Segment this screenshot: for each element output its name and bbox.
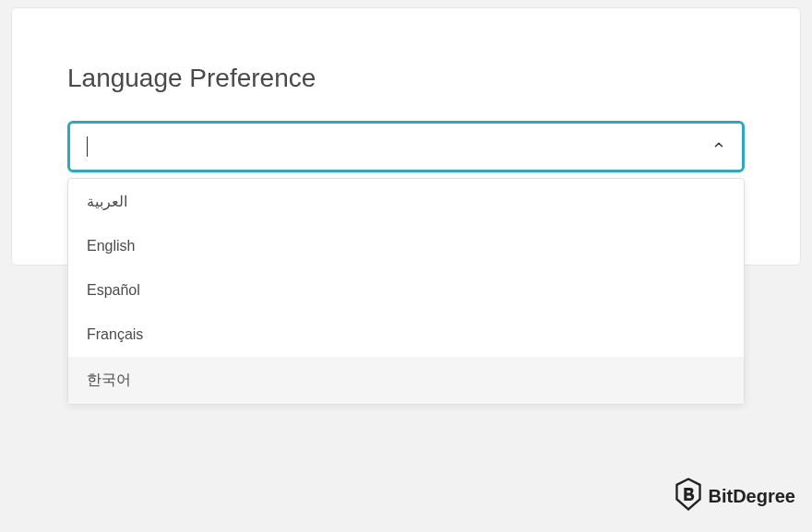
language-option[interactable]: Français [68,313,744,357]
chevron-up-icon [712,138,725,155]
language-option[interactable]: Español [68,268,744,313]
language-options-list: العربية English Español Français 한국어 [67,178,745,405]
text-cursor [87,136,88,157]
section-heading: Language Preference [67,64,745,93]
language-option[interactable]: العربية [68,179,744,224]
language-dropdown: العربية English Español Français 한국어 [67,121,745,172]
language-select-input[interactable] [67,121,745,172]
language-option[interactable]: 한국어 [68,357,744,404]
bitdegree-text: BitDegree [709,486,795,507]
language-preference-card: Language Preference العربية English Espa… [11,7,801,266]
bitdegree-watermark: BitDegree [674,478,795,515]
bitdegree-logo-icon [674,478,703,515]
language-option[interactable]: English [68,224,744,268]
